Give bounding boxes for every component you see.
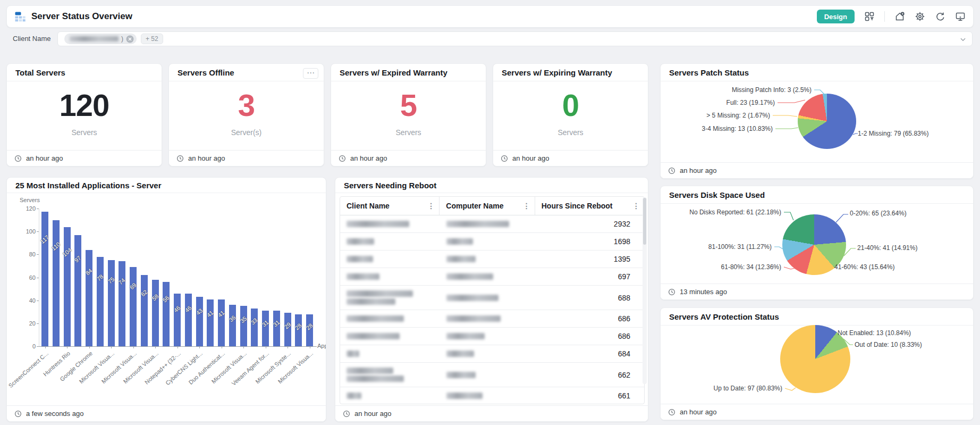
dashboard-logo-icon — [14, 11, 26, 22]
column-menu-icon[interactable]: ⋮ — [522, 202, 531, 210]
settings-gear-icon[interactable] — [915, 11, 925, 22]
table-scrollbar-thumb[interactable] — [643, 198, 646, 245]
y-tick-mark — [37, 254, 39, 255]
table-row[interactable]: 2932 — [340, 215, 644, 233]
y-tick-label: 80 — [22, 251, 36, 257]
clock-icon — [14, 155, 22, 162]
bar-16 — [218, 299, 225, 346]
bar-value-label: 35 — [236, 313, 250, 326]
card-servers-disk-space: Servers Disk Space Used No Disks Reporte… — [660, 186, 974, 300]
disk-space-pie-chart: No Disks Reported: 61 (22.18%)0-20%: 65 … — [661, 186, 973, 299]
bar-9 — [141, 275, 148, 346]
table-row[interactable]: 686 — [340, 310, 644, 328]
dashboard-page: { "glyphs": { "kebab": "⋮", "more": "⋯" … — [0, 0, 980, 425]
bar-value-label: 58 — [148, 291, 162, 303]
pie-callout-line — [778, 100, 805, 103]
redacted-computer-name — [446, 351, 474, 357]
redacted-client-name — [347, 256, 373, 262]
redacted-computer-name — [446, 333, 485, 339]
bar-0 — [41, 212, 48, 346]
y-tick-label: 20 — [22, 320, 36, 327]
redacted-client-name — [347, 333, 400, 339]
pie-slice-label: > 5 Missing: 2 (1.67%) — [706, 112, 770, 119]
table-row[interactable]: 661 — [340, 387, 644, 404]
redacted-client-name — [347, 298, 395, 305]
table-row[interactable]: 686 — [340, 328, 644, 345]
bar-18 — [240, 306, 247, 346]
y-tick-mark — [37, 231, 39, 232]
card-title: Servers w/ Expiring Warranty — [493, 64, 648, 81]
header-divider — [884, 11, 885, 22]
refresh-icon[interactable] — [935, 11, 945, 22]
home-add-icon[interactable] — [894, 11, 905, 22]
card-servers-needing-reboot: Servers Needing Reboot Client Name⋮Compu… — [335, 177, 648, 422]
card-title: Servers Needing Reboot — [335, 178, 648, 193]
pie-slice-label: Missing Patch Info: 3 (2.5%) — [732, 86, 812, 94]
column-header-label: Client Name — [347, 202, 390, 210]
x-tick-mark — [89, 346, 90, 348]
pie-callout-line — [784, 212, 793, 220]
bar-19 — [251, 309, 258, 346]
last-updated-text: an hour ago — [680, 408, 716, 416]
pie-callout-line — [853, 134, 858, 135]
card-footer: an hour ago — [331, 150, 486, 166]
pie-callout-line — [836, 214, 848, 222]
table-row[interactable]: 688 — [340, 286, 644, 310]
bar-2 — [64, 227, 71, 346]
chevron-down-icon[interactable] — [959, 36, 967, 43]
client-name-cell — [340, 219, 440, 229]
x-tick-mark — [133, 346, 134, 348]
remove-chip-icon[interactable] — [126, 35, 134, 43]
more-filters-chip[interactable]: + 52 — [141, 34, 163, 44]
card-footer: an hour ago — [661, 162, 973, 178]
y-tick-label: 60 — [22, 274, 36, 281]
x-tick-mark — [67, 346, 67, 348]
computer-name-cell — [440, 314, 536, 323]
x-tick-mark — [155, 346, 156, 348]
bar-13 — [185, 294, 192, 346]
header-actions: Design — [817, 10, 966, 23]
y-axis-line — [39, 209, 39, 346]
computer-name-cell — [440, 349, 536, 359]
widgets-filter-icon[interactable] — [864, 11, 875, 22]
card-servers-offline: Servers Offline ⋯ 3 Server(s) an hour ag… — [168, 63, 324, 166]
table-row[interactable]: 662 — [340, 363, 644, 387]
last-updated-text: an hour ago — [26, 154, 63, 162]
card-total-servers: Total Servers 120 Servers an hour ago — [6, 63, 162, 166]
bar-17 — [229, 305, 236, 346]
card-footer: 13 minutes ago — [661, 284, 973, 299]
column-menu-icon[interactable]: ⋮ — [631, 202, 641, 210]
clock-icon — [343, 410, 350, 418]
client-name-filter-input[interactable]: ) + 52 — [57, 31, 973, 46]
column-menu-icon[interactable]: ⋮ — [426, 202, 436, 210]
client-name-cell — [340, 391, 440, 401]
computer-name-cell — [440, 293, 536, 303]
column-header-computer-name: Computer Name⋮ — [440, 197, 535, 215]
stat-unit-label: Servers — [7, 128, 162, 137]
client-filter-chip[interactable]: ) — [64, 34, 137, 44]
table-row[interactable]: 697 — [340, 268, 644, 286]
card-footer: an hour ago — [661, 404, 973, 420]
x-tick-mark — [45, 346, 46, 348]
design-button[interactable]: Design — [817, 10, 855, 23]
card-expiring-warranty: Servers w/ Expiring Warranty 0 Servers a… — [493, 63, 648, 166]
table-row[interactable]: 1395 — [340, 251, 644, 268]
hours-since-reboot-cell: 686 — [536, 314, 641, 323]
card-title: Servers Offline — [169, 64, 324, 81]
redacted-computer-name — [446, 238, 473, 245]
client-name-cell — [340, 272, 440, 281]
table-row[interactable]: 684 — [340, 345, 644, 363]
table-scrollbar[interactable] — [643, 197, 647, 384]
redacted-client-name — [347, 221, 409, 227]
table-row[interactable]: 1698 — [340, 233, 644, 251]
redacted-computer-name — [446, 372, 476, 378]
presentation-monitor-icon[interactable] — [955, 11, 966, 22]
redacted-client-name — [347, 273, 379, 280]
expiring-warranty-value: 0 — [493, 90, 648, 121]
computer-name-cell — [440, 391, 536, 401]
pie-callout-line — [775, 128, 798, 129]
bar-14 — [196, 297, 203, 346]
bar-11 — [163, 282, 170, 346]
hours-since-reboot-cell: 697 — [536, 272, 641, 281]
card-menu-button[interactable]: ⋯ — [303, 68, 318, 79]
